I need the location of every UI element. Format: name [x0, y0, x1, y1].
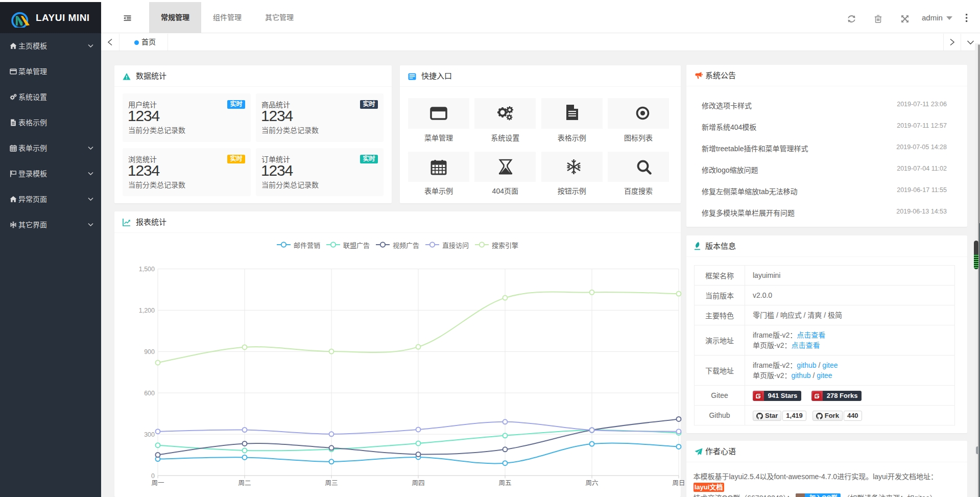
svg-text:1,500: 1,500: [139, 266, 155, 273]
svg-text:周三: 周三: [325, 480, 338, 487]
svg-text:周日: 周日: [672, 480, 685, 487]
svg-text:周一: 周一: [151, 480, 164, 487]
svg-text:300: 300: [144, 431, 155, 438]
svg-text:周四: 周四: [412, 480, 424, 487]
svg-text:周二: 周二: [238, 480, 251, 487]
svg-text:600: 600: [144, 389, 155, 396]
svg-text:周六: 周六: [585, 480, 598, 487]
svg-text:900: 900: [144, 348, 155, 355]
svg-text:0: 0: [151, 472, 155, 479]
svg-text:周五: 周五: [498, 480, 511, 487]
svg-text:1,200: 1,200: [139, 306, 155, 314]
